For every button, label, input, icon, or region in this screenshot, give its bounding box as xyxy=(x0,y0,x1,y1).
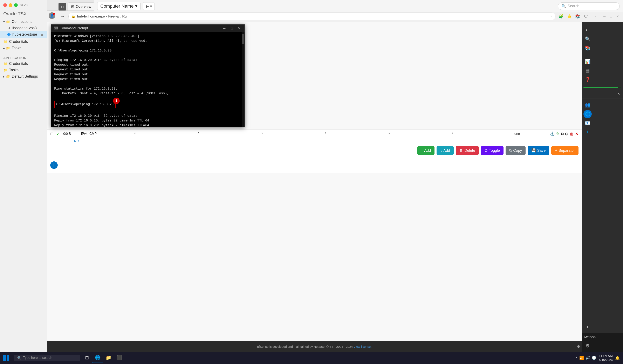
forward-button[interactable]: → xyxy=(59,13,66,20)
panel-telegram-icon[interactable]: ✈ xyxy=(583,128,592,136)
sidebar-item-credentials-top[interactable]: 📁 Credentials xyxy=(0,39,47,45)
edge-icon: 🌐 xyxy=(95,355,101,360)
sidebar-item-vps3[interactable]: 🖥 ihoogend-vps3 xyxy=(0,25,47,31)
delete-button[interactable]: 🗑 Delete xyxy=(456,146,479,155)
info-row: i xyxy=(47,157,582,173)
actions-gear-1[interactable]: ⚙ xyxy=(583,342,592,350)
notifications-icon[interactable]: 🔔 xyxy=(615,356,620,360)
cmd-maximize-button[interactable]: □ xyxy=(229,25,235,31)
row-disable-icon[interactable]: ⊘ xyxy=(565,131,568,136)
eject-icon[interactable]: ⏏ xyxy=(41,33,44,36)
row-edit-icon[interactable]: ✎ xyxy=(556,131,559,136)
default-settings-label: Default Settings xyxy=(12,74,38,79)
cmd-close-button[interactable]: ✕ xyxy=(236,25,242,31)
hub-label: hub-step-stone xyxy=(12,32,37,37)
rule-any-tag-row: any xyxy=(47,138,582,144)
extensions-icon[interactable]: 🧩 xyxy=(557,13,565,20)
clock-icon[interactable]: 🕐 xyxy=(592,356,596,360)
browser-minimize-button[interactable]: ─ xyxy=(601,14,607,19)
time-display: 11:09 AM xyxy=(599,354,613,358)
panel-plus-icon[interactable]: + xyxy=(583,323,592,331)
panel-chart-icon[interactable]: 📊 xyxy=(583,57,592,66)
sidebar-item-connections[interactable]: ▾ 📁 Connections xyxy=(0,19,47,25)
browser-tab-overview[interactable]: ⊞ Overview xyxy=(67,2,95,10)
network-icon[interactable]: 📶 xyxy=(579,356,584,360)
row-delete-icon[interactable]: 🗑 xyxy=(570,131,574,136)
cmd-line-2: (c) Microsoft Corporation. All rights re… xyxy=(54,39,239,43)
minimize-dot[interactable] xyxy=(9,3,12,7)
maximize-dot[interactable] xyxy=(14,3,18,7)
collections-icon[interactable]: 📚 xyxy=(574,13,581,20)
panel-table-icon[interactable]: ▦ xyxy=(583,66,592,75)
taskbar-time[interactable]: 11:09 AM 5/16/2024 xyxy=(599,354,613,362)
taskbar-search-icon: 🔍 xyxy=(17,356,22,360)
row-anchor-icon[interactable]: ⚓ xyxy=(550,131,555,136)
start-button[interactable] xyxy=(0,352,12,364)
browser-close-button[interactable]: ✕ xyxy=(615,14,621,19)
action-menu-icon[interactable]: ⌘ ✓▾ xyxy=(20,3,28,7)
task-view-icon: ⊞ xyxy=(85,355,89,361)
search-bar[interactable]: 🔍 Search xyxy=(558,2,620,10)
taskbar-edge-app[interactable]: 🌐 xyxy=(92,352,103,363)
volume-icon[interactable]: 🔊 xyxy=(585,356,590,360)
cmd-line-4: Pinging 172.16.0.20 with 32 bytes of dat… xyxy=(54,58,239,63)
add-up-label: Add xyxy=(424,149,431,153)
badge-1: 1 xyxy=(113,98,120,104)
default-settings-icon: 📁 xyxy=(6,75,10,79)
favorites-icon[interactable]: ⭐ xyxy=(566,13,573,20)
cmd-scrollbar[interactable] xyxy=(242,32,245,127)
taskbar-task-view[interactable]: ⊞ xyxy=(82,352,92,363)
more-actions-icon[interactable]: ··· xyxy=(590,13,598,20)
shield-icon[interactable]: 🛡 xyxy=(582,13,590,20)
connections-folder-icon: 📁 xyxy=(6,20,10,24)
firewall-rule-row: ✓ 0/0 B IPv4 ICMP * * * * * * none ⚓ ✎ xyxy=(47,129,582,138)
cmd-line-9: Ping statistics for 172.16.0.20: xyxy=(54,86,239,91)
address-text: hub-fw.home.arpa - Firewall: Rul xyxy=(77,14,548,19)
close-dot[interactable] xyxy=(3,3,7,7)
add-up-button[interactable]: ↑ Add xyxy=(417,146,435,155)
date-display: 5/16/2024 xyxy=(599,358,613,362)
separator-button[interactable]: + Separator xyxy=(551,146,578,155)
address-field[interactable]: 🔒 hub-fw.home.arpa - Firewall: Rul ✕ xyxy=(68,13,556,20)
cmd-line-13: Reply from 172.16.0.20: bytes=32 time<1m… xyxy=(54,123,239,127)
panel-search-icon[interactable]: 🔍 xyxy=(583,35,592,43)
computer-name-button[interactable]: Computer Name ▾ xyxy=(97,2,140,10)
row-close-icon[interactable]: ✕ xyxy=(575,131,578,136)
address-bar-row: ← → 🔒 hub-fw.home.arpa - Firewall: Rul ✕… xyxy=(47,11,623,22)
sidebar-item-credentials-app[interactable]: 📁 Credentials xyxy=(0,61,47,67)
search-placeholder-text: Search xyxy=(568,4,579,8)
window-toggle-button[interactable]: ⊟ xyxy=(59,3,66,10)
sidebar-item-default-settings[interactable]: ▸ 📁 Default Settings xyxy=(0,73,47,80)
rule-checkbox[interactable] xyxy=(50,133,53,135)
cmd-line-10: Packets: Sent = 4, Received = 0, Lost = … xyxy=(54,91,239,96)
panel-edge-icon[interactable]: 🌐 xyxy=(583,110,592,118)
sidebar-item-tasks-top[interactable]: ▸ 📁 Tasks xyxy=(0,45,47,51)
copy-button[interactable]: ⧉ Copy xyxy=(506,146,526,155)
overview-tab-icon: ⊞ xyxy=(71,4,74,9)
rule-status-icon: ✓ xyxy=(56,131,60,136)
cmd-line-11: Pinging 172.16.0.20 with 32 bytes of dat… xyxy=(54,114,239,118)
sidebar-item-hub-step-stone[interactable]: 🔷 hub-step-stone ⏏ xyxy=(0,31,47,38)
panel-collections-icon[interactable]: 📚 xyxy=(583,44,592,52)
panel-users-icon[interactable]: 👥 xyxy=(583,101,592,109)
panel-help-icon[interactable]: ❓ xyxy=(583,76,592,84)
play-button[interactable]: ▶ ▾ xyxy=(143,2,155,10)
panel-back-icon[interactable]: ↩ xyxy=(583,26,592,34)
row-copy-icon[interactable]: ⧉ xyxy=(561,131,564,136)
panel-close-x-icon[interactable]: ✕ xyxy=(616,91,621,97)
cmd-minimize-button[interactable]: ─ xyxy=(222,25,227,31)
save-button[interactable]: 💾 Save xyxy=(528,146,549,155)
taskbar-explorer-app[interactable]: 📁 xyxy=(103,352,114,363)
add-down-button[interactable]: ↓ Add xyxy=(437,146,454,155)
window-toggle-icon: ⊟ xyxy=(61,5,64,9)
taskbar-terminal-app[interactable]: ⬛ xyxy=(114,352,124,363)
chevron-up-icon[interactable]: ∧ xyxy=(575,356,578,360)
browser-maximize-button[interactable]: □ xyxy=(608,14,614,19)
address-close-icon[interactable]: ✕ xyxy=(550,15,552,18)
panel-outlook-icon[interactable]: 📧 xyxy=(583,119,592,127)
sidebar-item-tasks-app[interactable]: 📁 Tasks xyxy=(0,67,47,73)
taskbar-search[interactable]: 🔍 Type here to search xyxy=(14,355,80,361)
view-license-link[interactable]: View license. xyxy=(354,345,371,348)
toggle-button[interactable]: ⊙ Toggle xyxy=(481,146,504,155)
footer-settings-icon[interactable]: ⚙ xyxy=(577,344,580,349)
